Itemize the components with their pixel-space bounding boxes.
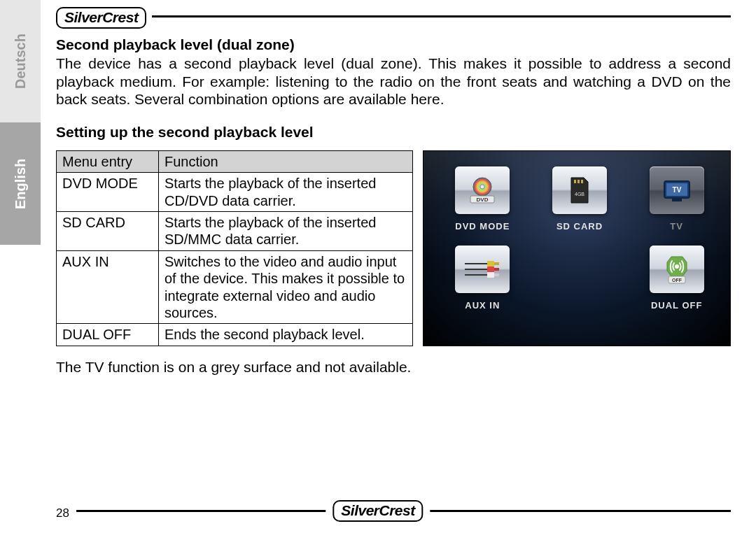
svg-text:TV: TV [672,186,681,194]
screen-item-dualoff[interactable]: OFF DUAL OFF [631,246,722,311]
table-cell-func: Ends the second playback level. [159,324,413,346]
svg-text:DVD: DVD [477,197,489,203]
svg-text:OFF: OFF [672,278,682,283]
screen-label: DVD MODE [455,221,510,232]
table-header-menu: Menu entry [57,150,159,172]
screen-item-sdcard[interactable]: 4GB SD CARD [535,166,625,232]
table-row: DUAL OFF Ends the second playback level. [57,324,413,346]
page-content: Second playback level (dual zone) The de… [56,36,731,376]
brand-logo-top: SilverCrest [56,7,152,29]
table-cell-entry: AUX IN [57,250,159,324]
svg-rect-11 [672,199,682,201]
svg-rect-5 [578,180,580,183]
table-cell-entry: DVD MODE [57,173,159,212]
svg-rect-4 [574,180,576,183]
svg-rect-16 [494,262,499,265]
table-cell-func: Starts the playback of the inserted SD/M… [159,212,413,251]
page-number: 28 [56,506,76,520]
dualoff-icon: OFF [650,246,704,293]
brand-logo-bottom: SilverCrest [326,500,430,522]
brand-text: SilverCrest [341,502,414,518]
table-row: DVD MODE Starts the playback of the inse… [57,173,413,212]
sdcard-icon: 4GB [552,166,607,214]
table-row: SD CARD Starts the playback of the inser… [57,212,413,251]
screen-label: DUAL OFF [651,300,702,311]
language-tabs: Deutsch English [0,0,41,245]
svg-rect-6 [581,180,583,183]
svg-rect-15 [487,261,494,266]
screen-item-tv: TV TV [631,166,722,232]
heading-setup: Setting up the second playback level [56,124,731,141]
table-row: AUX IN Switches to the video and audio i… [57,250,413,324]
aux-icon [455,246,510,293]
svg-rect-17 [487,266,494,272]
svg-point-21 [675,264,679,269]
tv-icon: TV [650,166,704,214]
screen-label: AUX IN [465,300,500,311]
dvd-icon: DVD [455,166,510,214]
note-tv-unavailable: The TV function is on a grey surface and… [56,359,731,376]
table-cell-entry: SD CARD [57,212,159,251]
table-cell-entry: DUAL OFF [57,324,159,346]
paragraph-dual-zone: The device has a second playback level (… [56,55,731,108]
svg-rect-18 [494,268,499,271]
screen-item-dvd[interactable]: DVD DVD MODE [438,166,528,232]
brand-text: SilverCrest [64,9,138,25]
function-table: Menu entry Function DVD MODE Starts the … [56,150,413,346]
lang-tab-english[interactable]: English [0,122,41,245]
svg-rect-19 [487,272,494,278]
screen-label: TV [670,221,683,232]
svg-rect-20 [494,273,499,276]
table-header-function: Function [159,150,413,172]
table-cell-func: Switches to the video and audio input of… [159,250,413,324]
svg-text:4GB: 4GB [575,192,584,197]
table-cell-func: Starts the playback of the inserted CD/D… [159,173,413,212]
lang-tab-deutsch[interactable]: Deutsch [0,0,41,122]
heading-dual-zone: Second playback level (dual zone) [56,36,731,53]
header-rule [56,15,731,17]
device-screenshot: DVD DVD MODE 4GB SD CARD [423,150,731,346]
screen-item-auxin[interactable]: AUX IN [438,246,528,311]
svg-point-1 [480,185,484,189]
screen-label: SD CARD [556,221,603,232]
